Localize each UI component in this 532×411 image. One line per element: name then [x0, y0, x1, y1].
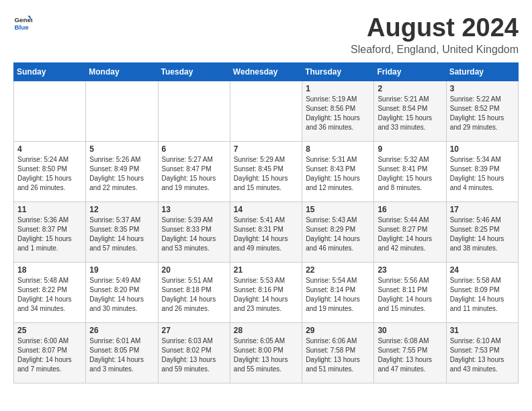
header-saturday: Saturday — [446, 63, 518, 81]
day-info: Sunrise: 5:41 AMSunset: 8:31 PMDaylight:… — [234, 216, 288, 252]
calendar-cell: 22 Sunrise: 5:54 AMSunset: 8:14 PMDaylig… — [302, 263, 374, 323]
calendar-cell: 16 Sunrise: 5:44 AMSunset: 8:27 PMDaylig… — [374, 202, 446, 263]
title-area: August 2024 Sleaford, England, United Ki… — [351, 13, 519, 56]
day-info: Sunrise: 5:54 AMSunset: 8:14 PMDaylight:… — [306, 277, 360, 312]
day-number: 27 — [162, 326, 226, 335]
calendar-cell: 4 Sunrise: 5:24 AMSunset: 8:50 PMDayligh… — [14, 142, 86, 202]
svg-text:Blue: Blue — [14, 24, 29, 31]
calendar-week-2: 4 Sunrise: 5:24 AMSunset: 8:50 PMDayligh… — [14, 142, 519, 202]
day-info: Sunrise: 6:01 AMSunset: 8:05 PMDaylight:… — [89, 337, 144, 373]
day-number: 7 — [234, 144, 298, 154]
day-number: 17 — [450, 205, 515, 214]
day-info: Sunrise: 5:26 AMSunset: 8:49 PMDaylight:… — [89, 156, 144, 191]
day-number: 16 — [378, 205, 442, 214]
day-number: 4 — [17, 144, 82, 154]
day-number: 29 — [306, 326, 370, 335]
calendar-week-3: 11 Sunrise: 5:36 AMSunset: 8:37 PMDaylig… — [14, 202, 519, 263]
day-number: 28 — [234, 326, 298, 335]
day-info: Sunrise: 5:44 AMSunset: 8:27 PMDaylight:… — [378, 216, 432, 252]
calendar-week-1: 1 Sunrise: 5:19 AMSunset: 8:56 PMDayligh… — [14, 81, 519, 142]
day-number: 12 — [89, 205, 154, 214]
calendar-cell: 6 Sunrise: 5:27 AMSunset: 8:47 PMDayligh… — [158, 142, 230, 202]
calendar-cell: 3 Sunrise: 5:22 AMSunset: 8:52 PMDayligh… — [446, 81, 518, 142]
logo-icon: General Blue — [13, 13, 32, 32]
calendar-cell: 17 Sunrise: 5:46 AMSunset: 8:25 PMDaylig… — [446, 202, 518, 263]
calendar-cell: 18 Sunrise: 5:48 AMSunset: 8:22 PMDaylig… — [14, 263, 86, 323]
day-number: 21 — [234, 265, 298, 275]
calendar-cell: 11 Sunrise: 5:36 AMSunset: 8:37 PMDaylig… — [14, 202, 86, 263]
weekday-header-row: Sunday Monday Tuesday Wednesday Thursday… — [14, 63, 519, 81]
header-tuesday: Tuesday — [158, 63, 230, 81]
calendar-title: August 2024 — [351, 13, 519, 42]
day-info: Sunrise: 5:39 AMSunset: 8:33 PMDaylight:… — [162, 216, 216, 252]
day-number: 8 — [306, 144, 370, 154]
day-info: Sunrise: 5:19 AMSunset: 8:56 PMDaylight:… — [306, 95, 360, 131]
day-number: 18 — [17, 265, 82, 275]
day-info: Sunrise: 6:10 AMSunset: 7:53 PMDaylight:… — [450, 337, 504, 373]
day-number: 23 — [378, 265, 442, 275]
day-number: 30 — [378, 326, 442, 335]
day-number: 9 — [378, 144, 442, 154]
calendar-cell: 28 Sunrise: 6:05 AMSunset: 8:00 PMDaylig… — [230, 323, 302, 383]
calendar-table: Sunday Monday Tuesday Wednesday Thursday… — [13, 62, 519, 383]
calendar-cell: 1 Sunrise: 5:19 AMSunset: 8:56 PMDayligh… — [302, 81, 374, 142]
calendar-cell: 23 Sunrise: 5:56 AMSunset: 8:11 PMDaylig… — [374, 263, 446, 323]
calendar-cell: 24 Sunrise: 5:58 AMSunset: 8:09 PMDaylig… — [446, 263, 518, 323]
calendar-cell: 30 Sunrise: 6:08 AMSunset: 7:55 PMDaylig… — [374, 323, 446, 383]
day-info: Sunrise: 6:05 AMSunset: 8:00 PMDaylight:… — [234, 337, 288, 373]
day-info: Sunrise: 5:48 AMSunset: 8:22 PMDaylight:… — [17, 277, 72, 312]
day-number: 6 — [162, 144, 226, 154]
day-number: 13 — [162, 205, 226, 214]
day-number: 24 — [450, 265, 515, 275]
calendar-cell: 20 Sunrise: 5:51 AMSunset: 8:18 PMDaylig… — [158, 263, 230, 323]
day-number: 3 — [450, 84, 515, 93]
day-info: Sunrise: 5:27 AMSunset: 8:47 PMDaylight:… — [162, 156, 216, 191]
day-info: Sunrise: 5:29 AMSunset: 8:45 PMDaylight:… — [234, 156, 288, 191]
calendar-cell: 7 Sunrise: 5:29 AMSunset: 8:45 PMDayligh… — [230, 142, 302, 202]
header-thursday: Thursday — [302, 63, 374, 81]
calendar-cell — [86, 81, 158, 142]
calendar-cell: 29 Sunrise: 6:06 AMSunset: 7:58 PMDaylig… — [302, 323, 374, 383]
day-info: Sunrise: 5:37 AMSunset: 8:35 PMDaylight:… — [89, 216, 144, 252]
calendar-cell: 21 Sunrise: 5:53 AMSunset: 8:16 PMDaylig… — [230, 263, 302, 323]
day-info: Sunrise: 5:51 AMSunset: 8:18 PMDaylight:… — [162, 277, 216, 312]
header: General Blue August 2024 Sleaford, Engla… — [13, 13, 519, 56]
calendar-cell — [14, 81, 86, 142]
day-number: 2 — [378, 84, 442, 93]
day-info: Sunrise: 6:08 AMSunset: 7:55 PMDaylight:… — [378, 337, 432, 373]
calendar-cell — [230, 81, 302, 142]
calendar-cell: 8 Sunrise: 5:31 AMSunset: 8:43 PMDayligh… — [302, 142, 374, 202]
day-info: Sunrise: 5:43 AMSunset: 8:29 PMDaylight:… — [306, 216, 360, 252]
day-info: Sunrise: 6:03 AMSunset: 8:02 PMDaylight:… — [162, 337, 216, 373]
day-info: Sunrise: 5:58 AMSunset: 8:09 PMDaylight:… — [450, 277, 504, 312]
day-info: Sunrise: 5:32 AMSunset: 8:41 PMDaylight:… — [378, 156, 432, 191]
day-number: 19 — [89, 265, 154, 275]
calendar-subtitle: Sleaford, England, United Kingdom — [351, 44, 519, 56]
day-number: 14 — [234, 205, 298, 214]
day-info: Sunrise: 5:34 AMSunset: 8:39 PMDaylight:… — [450, 156, 504, 191]
day-info: Sunrise: 5:49 AMSunset: 8:20 PMDaylight:… — [89, 277, 144, 312]
header-monday: Monday — [86, 63, 158, 81]
calendar-week-5: 25 Sunrise: 6:00 AMSunset: 8:07 PMDaylig… — [14, 323, 519, 383]
calendar-cell: 5 Sunrise: 5:26 AMSunset: 8:49 PMDayligh… — [86, 142, 158, 202]
day-number: 25 — [17, 326, 82, 335]
calendar-cell: 14 Sunrise: 5:41 AMSunset: 8:31 PMDaylig… — [230, 202, 302, 263]
calendar-cell: 9 Sunrise: 5:32 AMSunset: 8:41 PMDayligh… — [374, 142, 446, 202]
day-info: Sunrise: 5:46 AMSunset: 8:25 PMDaylight:… — [450, 216, 504, 252]
calendar-cell: 27 Sunrise: 6:03 AMSunset: 8:02 PMDaylig… — [158, 323, 230, 383]
day-number: 5 — [89, 144, 154, 154]
day-number: 1 — [306, 84, 370, 93]
calendar-cell: 25 Sunrise: 6:00 AMSunset: 8:07 PMDaylig… — [14, 323, 86, 383]
day-number: 26 — [89, 326, 154, 335]
day-number: 15 — [306, 205, 370, 214]
calendar-cell: 13 Sunrise: 5:39 AMSunset: 8:33 PMDaylig… — [158, 202, 230, 263]
day-info: Sunrise: 5:21 AMSunset: 8:54 PMDaylight:… — [378, 95, 432, 131]
day-info: Sunrise: 5:36 AMSunset: 8:37 PMDaylight:… — [17, 216, 72, 252]
day-info: Sunrise: 5:53 AMSunset: 8:16 PMDaylight:… — [234, 277, 288, 312]
calendar-cell: 10 Sunrise: 5:34 AMSunset: 8:39 PMDaylig… — [446, 142, 518, 202]
day-number: 31 — [450, 326, 515, 335]
calendar-cell: 26 Sunrise: 6:01 AMSunset: 8:05 PMDaylig… — [86, 323, 158, 383]
day-info: Sunrise: 6:00 AMSunset: 8:07 PMDaylight:… — [17, 337, 72, 373]
calendar-week-4: 18 Sunrise: 5:48 AMSunset: 8:22 PMDaylig… — [14, 263, 519, 323]
calendar-cell: 12 Sunrise: 5:37 AMSunset: 8:35 PMDaylig… — [86, 202, 158, 263]
